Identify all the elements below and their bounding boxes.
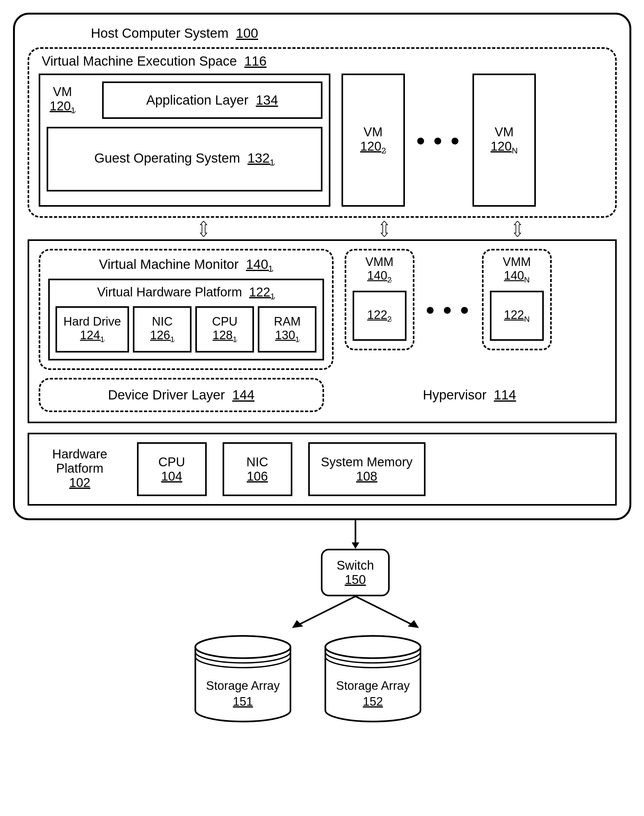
vm-1: VM 1201 Application Layer 134 Guest Oper… [39,73,330,207]
hard-drive: Hard Drive1241 [55,306,129,352]
cpu: CPU104 [137,442,207,496]
switch: Switch150 [321,549,390,596]
vm-1-label: VM 1201 [50,85,75,115]
cylinder-icon: Storage Array 152 [322,634,424,723]
arrow-split-icon [260,596,451,634]
connector-row [28,221,617,237]
guest-operating-system: Guest Operating System 1321 [47,127,322,191]
vm-n: VM 120N [472,73,536,207]
vmm-1: Virtual Machine Monitor 1401 Virtual Har… [39,249,334,370]
virtual-cpu: CPU1281 [195,306,254,352]
virtual-nic: NIC1261 [133,306,192,352]
storage-2-ref: 152 [363,695,383,708]
vmm-1-title: Virtual Machine Monitor 1401 [48,257,324,274]
system-memory: System Memory108 [308,442,426,496]
vmm-n: VMM140N 122N [482,249,552,350]
svg-point-6 [325,636,420,658]
ellipsis-icon: ● ● ● [416,73,462,207]
vm-exec-title: Virtual Machine Execution Space 116 [42,54,606,69]
vhp-title: Virtual Hardware Platform 1221 [55,285,317,302]
storage-1-label: Storage Array [206,679,279,692]
ellipsis-icon: ● ● ● [426,300,471,318]
svg-line-2 [356,596,416,626]
storage-1-ref: 151 [233,695,253,708]
bidir-arrow-icon [380,221,389,237]
nic: NIC106 [222,442,292,496]
virtual-hardware-platform: Virtual Hardware Platform 1221 Hard Driv… [48,279,324,360]
vmm-2-inner: 1222 [353,291,406,341]
cylinder-icon: Storage Array 151 [192,634,294,723]
device-driver-layer: Device Driver Layer 144 [39,378,324,412]
svg-line-1 [295,596,356,626]
hypervisor-container: Virtual Machine Monitor 1401 Virtual Har… [28,239,617,423]
vm-execution-space: Virtual Machine Execution Space 116 VM 1… [28,47,617,218]
application-layer: Application Layer 134 [102,81,322,119]
storage-array-1: Storage Array 151 [192,634,294,726]
storage-array-2: Storage Array 152 [322,634,424,726]
hardware-platform-label: HardwarePlatform102 [39,442,121,496]
bidir-arrow-icon [199,221,209,237]
storage-2-label: Storage Array [336,679,409,692]
vmm-n-inner: 122N [490,291,544,341]
host-computer-system: Host Computer System 100 Virtual Machine… [13,13,631,520]
virtual-ram: RAM1301 [258,306,316,352]
vm-2: VM 1202 [342,73,405,207]
vmm-2: VMM1402 1222 [345,249,414,350]
arrow-down-icon [349,520,362,549]
bidir-arrow-icon [513,221,522,237]
hypervisor-label: Hypervisor 114 [334,387,606,403]
host-title: Host Computer System 100 [91,26,617,41]
svg-point-4 [195,636,290,658]
hardware-platform: HardwarePlatform102 CPU104 NIC106 System… [28,433,617,506]
